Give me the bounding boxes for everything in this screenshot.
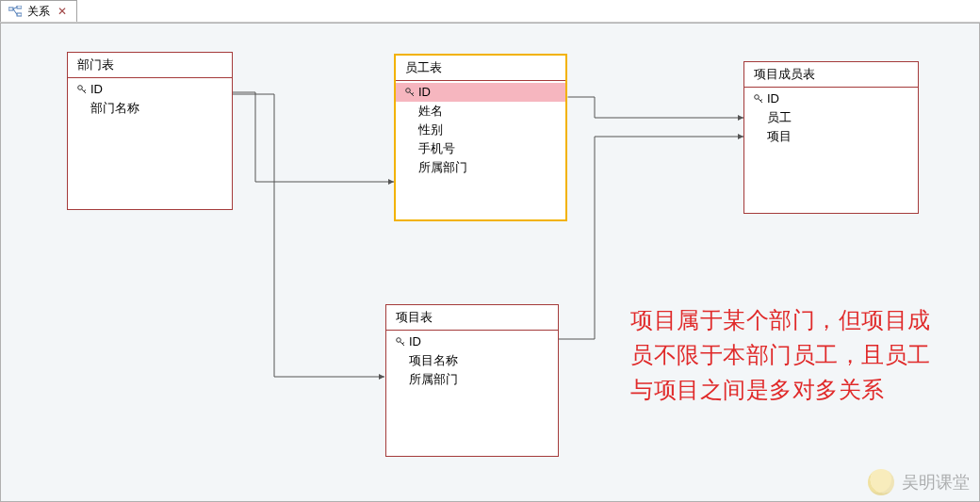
svg-rect-0 — [8, 8, 13, 10]
primary-key-icon — [74, 85, 90, 95]
svg-line-13 — [760, 99, 762, 101]
field-name: 项目名称 — [409, 352, 458, 369]
table-project-fields: ID 项目名称 所属部门 — [386, 331, 558, 391]
svg-line-3 — [13, 8, 17, 9]
watermark: 吴明课堂 — [868, 469, 970, 495]
svg-line-9 — [409, 91, 414, 96]
field-row[interactable]: 所属部门 — [396, 158, 565, 177]
field-name: 项目 — [767, 128, 792, 145]
table-project-header: 项目表 — [386, 305, 558, 331]
close-icon[interactable]: ✕ — [56, 5, 69, 18]
annotation-text: 项目属于某个部门，但项目成员不限于本部门员工，且员工与项目之间是多对多关系 — [630, 302, 951, 408]
field-name: 部门名称 — [90, 100, 139, 117]
tab-label: 关系 — [27, 4, 50, 20]
svg-line-12 — [758, 98, 762, 103]
field-name: ID — [90, 81, 103, 98]
field-row[interactable]: 项目 — [744, 127, 918, 146]
relationships-icon — [8, 6, 22, 17]
field-row[interactable]: 员工 — [744, 108, 918, 127]
table-project[interactable]: 项目表 ID 项目名称 所属部门 — [385, 304, 559, 457]
field-name: 所属部门 — [418, 159, 467, 176]
table-employee[interactable]: 员工表 ID 姓名 性别 手机号 所属部门 — [394, 54, 567, 221]
watermark-label: 吴明课堂 — [902, 471, 970, 494]
table-project-member-fields: ID 员工 项目 — [744, 88, 918, 148]
tab-relationships[interactable]: 关系 ✕ — [0, 0, 77, 22]
field-row[interactable]: 所属部门 — [386, 370, 558, 389]
field-row[interactable]: 姓名 — [396, 102, 565, 121]
field-row[interactable]: ID — [744, 89, 918, 108]
svg-line-7 — [84, 89, 86, 91]
field-name: 手机号 — [418, 140, 455, 157]
primary-key-icon — [750, 94, 767, 105]
field-row[interactable]: ID — [386, 332, 558, 351]
field-name: 姓名 — [418, 103, 443, 120]
field-name: ID — [767, 90, 779, 107]
primary-key-icon — [401, 88, 418, 98]
field-name: 员工 — [767, 109, 792, 126]
tab-bar: 关系 ✕ — [0, 0, 980, 23]
table-project-member[interactable]: 项目成员表 ID 员工 项目 — [743, 61, 919, 214]
field-row[interactable]: ID — [68, 80, 232, 99]
field-name: ID — [409, 333, 421, 350]
field-row[interactable]: 性别 — [396, 121, 565, 139]
field-name: ID — [418, 84, 431, 101]
field-row[interactable]: ID — [396, 83, 565, 102]
table-employee-header: 员工表 — [396, 56, 565, 81]
field-name: 所属部门 — [409, 371, 458, 388]
table-project-member-header: 项目成员表 — [744, 62, 918, 88]
svg-line-10 — [412, 92, 414, 94]
field-row[interactable]: 项目名称 — [386, 351, 558, 370]
table-dept-fields: ID 部门名称 — [68, 78, 232, 120]
table-dept[interactable]: 部门表 ID 部门名称 — [67, 52, 233, 210]
primary-key-icon — [392, 337, 409, 348]
relationship-canvas[interactable]: 部门表 ID 部门名称 员工表 ID 姓名 性别 — [0, 23, 980, 502]
field-name: 性别 — [418, 121, 443, 138]
svg-line-16 — [402, 342, 404, 344]
table-dept-header: 部门表 — [68, 53, 232, 78]
svg-line-15 — [400, 341, 404, 346]
svg-line-6 — [81, 89, 86, 93]
svg-rect-1 — [17, 6, 22, 8]
svg-rect-2 — [17, 13, 22, 16]
field-row[interactable]: 手机号 — [396, 139, 565, 158]
table-employee-fields: ID 姓名 性别 手机号 所属部门 — [396, 81, 565, 179]
svg-line-4 — [13, 9, 17, 15]
field-row[interactable]: 部门名称 — [68, 99, 232, 118]
watermark-logo-icon — [868, 469, 894, 495]
